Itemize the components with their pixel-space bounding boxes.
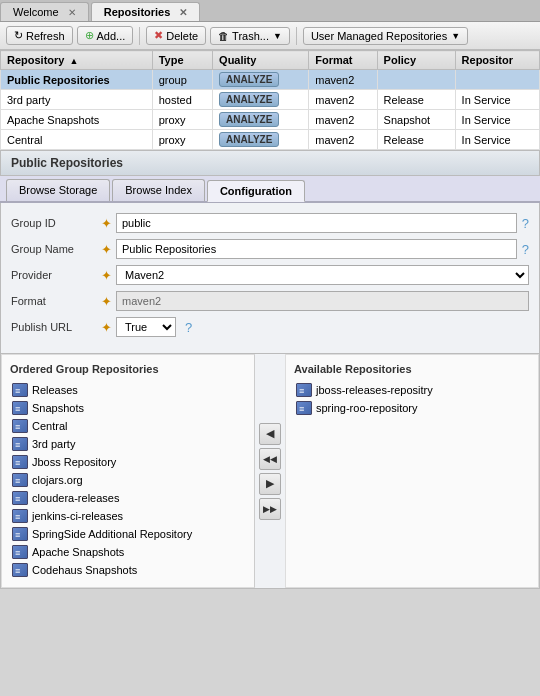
provider-required-icon: ✦ [101,268,112,283]
trash-button[interactable]: 🗑 Trash... ▼ [210,27,290,45]
analyze-button[interactable]: ANALYZE [219,112,279,127]
cell-policy: Snapshot [377,110,455,130]
group-name-required-icon: ✦ [101,242,112,257]
move-right-button[interactable]: ▶ [259,473,281,495]
move-all-left-button[interactable]: ◀◀ [259,448,281,470]
grid-table: Repository ▲ Type Quality Format Policy … [0,50,540,150]
cell-service: In Service [455,110,539,130]
list-item[interactable]: Central [10,417,246,435]
provider-row: Provider ✦ Maven2 [11,265,529,285]
cell-service: In Service [455,130,539,150]
available-panel: Available Repositories jboss-releases-re… [285,354,539,588]
repo-name: Apache Snapshots [32,546,124,558]
delete-icon: ✖ [154,29,163,42]
cell-policy: Release [377,130,455,150]
available-panel-header: Available Repositories [294,363,530,375]
repo-icon [12,455,28,469]
close-repositories-icon[interactable]: ✕ [179,7,187,18]
cell-quality: ANALYZE [213,130,309,150]
table-row[interactable]: CentralproxyANALYZEmaven2ReleaseIn Servi… [1,130,540,150]
repo-name: spring-roo-repository [316,402,417,414]
move-all-right-button[interactable]: ▶▶ [259,498,281,520]
tab-browse-storage[interactable]: Browse Storage [6,179,110,201]
col-policy[interactable]: Policy [377,51,455,70]
repository-grid: Repository ▲ Type Quality Format Policy … [0,50,540,151]
cell-type: proxy [152,110,212,130]
col-format[interactable]: Format [309,51,377,70]
col-service[interactable]: Repositor [455,51,539,70]
list-item[interactable]: Apache Snapshots [10,543,246,561]
repo-name: cloudera-releases [32,492,119,504]
cell-name: Central [1,130,153,150]
repo-icon [296,401,312,415]
tab-configuration[interactable]: Configuration [207,180,305,202]
list-item[interactable]: Jboss Repository [10,453,246,471]
list-item[interactable]: clojars.org [10,471,246,489]
tab-welcome[interactable]: Welcome ✕ [0,2,89,21]
repo-name: Jboss Repository [32,456,116,468]
bottom-section: Ordered Group Repositories ReleasesSnaps… [0,354,540,589]
refresh-button[interactable]: ↻ Refresh [6,26,73,45]
repo-icon [12,419,28,433]
group-id-input[interactable] [116,213,517,233]
cell-quality: ANALYZE [213,70,309,90]
provider-select[interactable]: Maven2 [116,265,529,285]
list-item[interactable]: Releases [10,381,246,399]
publish-url-select[interactable]: True False [116,317,176,337]
publish-url-help-icon[interactable]: ? [185,320,192,335]
trash-icon: 🗑 [218,30,229,42]
table-row[interactable]: 3rd partyhostedANALYZEmaven2ReleaseIn Se… [1,90,540,110]
separator [139,27,140,45]
repo-icon [12,401,28,415]
table-row[interactable]: Public RepositoriesgroupANALYZEmaven2 [1,70,540,90]
group-id-label: Group ID [11,217,101,229]
publish-url-required-icon: ✦ [101,320,112,335]
repo-icon [296,383,312,397]
publish-url-row: Publish URL ✦ True False ? [11,317,529,337]
ordered-repo-list: ReleasesSnapshotsCentral3rd partyJboss R… [10,381,246,579]
analyze-button[interactable]: ANALYZE [219,72,279,87]
cell-format: maven2 [309,70,377,90]
user-managed-button[interactable]: User Managed Repositories ▼ [303,27,468,45]
repo-name: jenkins-ci-releases [32,510,123,522]
cell-type: proxy [152,130,212,150]
cell-format: maven2 [309,110,377,130]
repo-icon [12,545,28,559]
add-button[interactable]: ⊕ Add... [77,26,134,45]
cell-format: maven2 [309,130,377,150]
analyze-button[interactable]: ANALYZE [219,92,279,107]
table-row[interactable]: Apache SnapshotsproxyANALYZEmaven2Snapsh… [1,110,540,130]
group-name-help-icon[interactable]: ? [522,242,529,257]
list-item[interactable]: SpringSide Additional Repository [10,525,246,543]
tab-browse-index[interactable]: Browse Index [112,179,205,201]
repo-name: 3rd party [32,438,75,450]
list-item[interactable]: Codehaus Snapshots [10,561,246,579]
list-item[interactable]: 3rd party [10,435,246,453]
group-id-required-icon: ✦ [101,216,112,231]
toolbar: ↻ Refresh ⊕ Add... ✖ Delete 🗑 Trash... ▼… [0,22,540,50]
list-item[interactable]: jenkins-ci-releases [10,507,246,525]
repo-icon [12,509,28,523]
tab-repositories[interactable]: Repositories ✕ [91,2,201,21]
group-id-help-icon[interactable]: ? [522,216,529,231]
analyze-button[interactable]: ANALYZE [219,132,279,147]
delete-button[interactable]: ✖ Delete [146,26,206,45]
col-repository[interactable]: Repository ▲ [1,51,153,70]
repo-icon [12,563,28,577]
close-welcome-icon[interactable]: ✕ [68,7,76,18]
cell-quality: ANALYZE [213,90,309,110]
group-name-label: Group Name [11,243,101,255]
col-quality[interactable]: Quality [213,51,309,70]
list-item[interactable]: spring-roo-repository [294,399,530,417]
list-item[interactable]: cloudera-releases [10,489,246,507]
move-left-button[interactable]: ◀ [259,423,281,445]
col-type[interactable]: Type [152,51,212,70]
list-item[interactable]: Snapshots [10,399,246,417]
group-name-input[interactable] [116,239,517,259]
repo-name: Central [32,420,67,432]
repo-name: SpringSide Additional Repository [32,528,192,540]
list-item[interactable]: jboss-releases-repositry [294,381,530,399]
cell-format: maven2 [309,90,377,110]
arrow-buttons-column: ◀ ◀◀ ▶ ▶▶ [255,354,285,588]
user-managed-dropdown-arrow: ▼ [451,31,460,41]
